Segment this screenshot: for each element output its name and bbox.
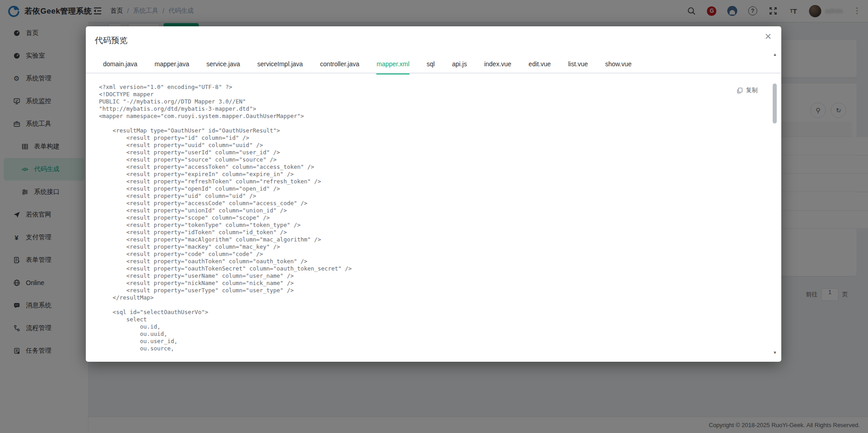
file-tabs: domain.javamapper.javaservice.javaservic… — [86, 55, 781, 74]
tab-edit.vue[interactable]: edit.vue — [528, 55, 551, 74]
tab-domain.java[interactable]: domain.java — [103, 55, 138, 74]
tab-api.js[interactable]: api.js — [452, 55, 467, 74]
tab-serviceImpl.java[interactable]: serviceImpl.java — [257, 55, 303, 74]
tab-show.vue[interactable]: show.vue — [605, 55, 631, 74]
tab-controller.java[interactable]: controller.java — [320, 55, 359, 74]
code-preview-dialog: 代码预览 ✕ domain.javamapper.javaservice.jav… — [86, 26, 781, 362]
tab-mapper.xml[interactable]: mapper.xml — [376, 55, 409, 74]
tab-list.vue[interactable]: list.vue — [568, 55, 588, 74]
dialog-title: 代码预览 — [95, 35, 128, 46]
tab-mapper.java[interactable]: mapper.java — [155, 55, 189, 74]
code-content: <?xml version="1.0" encoding="UTF-8" ?> … — [99, 84, 754, 358]
scrollbar-thumb[interactable] — [773, 84, 777, 123]
close-icon[interactable]: ✕ — [763, 32, 773, 42]
scroll-down-icon[interactable]: ▼ — [772, 350, 778, 355]
tab-sql[interactable]: sql — [427, 55, 435, 74]
tab-index.vue[interactable]: index.vue — [484, 55, 511, 74]
scroll-up-icon[interactable]: ▲ — [772, 52, 778, 57]
dialog-scrollbar: ▲ ▼ — [772, 52, 778, 355]
tab-service.java[interactable]: service.java — [207, 55, 240, 74]
